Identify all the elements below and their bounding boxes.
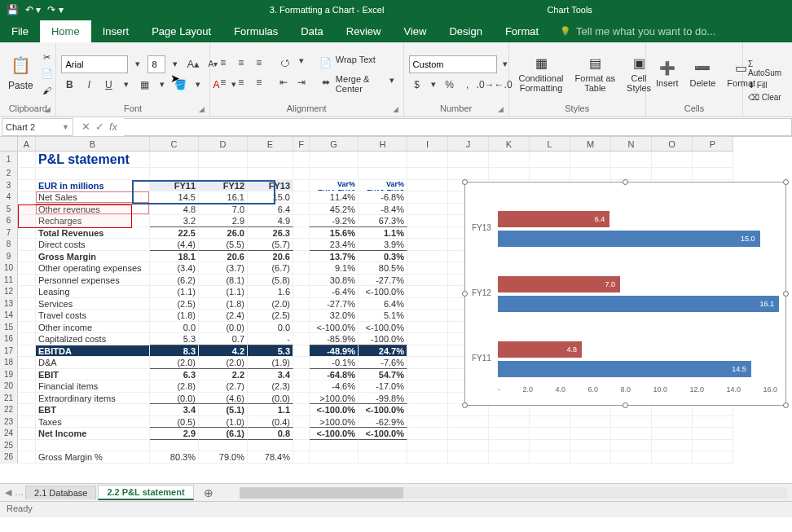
cell-G17[interactable]: -48.9% xyxy=(310,345,359,358)
cell-L24[interactable] xyxy=(530,428,570,440)
row-header-8[interactable]: 8 xyxy=(0,239,18,251)
cell-L2[interactable] xyxy=(530,168,570,180)
cell-I1[interactable] xyxy=(407,152,448,168)
col-header-C[interactable]: C xyxy=(150,137,199,152)
cell-E10[interactable]: (6.7) xyxy=(248,262,293,275)
cell-I10[interactable] xyxy=(407,262,448,275)
cell-P26[interactable] xyxy=(693,451,733,464)
cell-D16[interactable]: 0.7 xyxy=(199,333,248,345)
cell-I18[interactable] xyxy=(407,357,448,369)
cell-N24[interactable] xyxy=(611,428,652,440)
chart-bar[interactable]: 16.1 xyxy=(498,296,779,312)
align-left-icon[interactable]: ≡ xyxy=(215,74,231,90)
cell-F4[interactable] xyxy=(293,191,310,204)
cell-P1[interactable] xyxy=(693,152,733,168)
resize-handle[interactable] xyxy=(623,179,628,185)
cell-J1[interactable] xyxy=(448,152,489,168)
cell-I23[interactable] xyxy=(407,416,448,429)
cell-N2[interactable] xyxy=(611,168,652,180)
tab-page-layout[interactable]: Page Layout xyxy=(140,20,222,42)
cell-G19[interactable]: -64.8% xyxy=(310,369,359,381)
cell-D20[interactable]: (2.7) xyxy=(199,380,248,393)
cell-B25[interactable] xyxy=(36,440,150,452)
cell-F11[interactable] xyxy=(293,275,310,287)
cell-B4[interactable]: Net Sales xyxy=(36,191,150,204)
cell-F15[interactable] xyxy=(293,322,310,334)
cell-G4[interactable]: 11.4% xyxy=(310,191,359,204)
col-header-D[interactable]: D xyxy=(199,137,248,152)
cell-A1[interactable] xyxy=(18,152,36,168)
row-header-5[interactable]: 5 xyxy=(0,204,18,216)
row-header-3[interactable]: 3 xyxy=(0,180,18,192)
cell-I11[interactable] xyxy=(407,275,448,287)
row-header-9[interactable]: 9 xyxy=(0,251,18,263)
fill-button[interactable]: ⬇ Fill xyxy=(748,81,787,90)
cell-I20[interactable] xyxy=(407,380,448,393)
cell-H11[interactable]: -27.7% xyxy=(359,275,407,287)
cell-D10[interactable]: (3.7) xyxy=(199,262,248,275)
cell-H19[interactable]: 54.7% xyxy=(359,369,407,381)
col-header-N[interactable]: N xyxy=(611,137,652,152)
cell-F17[interactable] xyxy=(293,345,310,358)
cell-D1[interactable] xyxy=(199,152,248,168)
cell-C6[interactable]: 3.2 xyxy=(150,215,199,227)
cancel-formula-icon[interactable]: ✕ xyxy=(81,121,90,133)
cell-C17[interactable]: 8.3 xyxy=(150,345,199,358)
cell-I4[interactable] xyxy=(407,191,448,204)
cell-F8[interactable] xyxy=(293,239,310,251)
horizontal-scrollbar[interactable] xyxy=(240,487,787,499)
cell-B3[interactable]: EUR in millions xyxy=(36,180,150,192)
cell-P22[interactable] xyxy=(693,404,733,416)
cell-K26[interactable] xyxy=(489,451,530,464)
cell-C8[interactable]: (4.4) xyxy=(150,239,199,251)
cell-H6[interactable]: 67.3% xyxy=(359,215,407,227)
cell-D17[interactable]: 4.2 xyxy=(199,345,248,358)
cell-A25[interactable] xyxy=(18,440,36,452)
cell-E19[interactable]: 3.4 xyxy=(248,369,293,381)
cell-G20[interactable]: -4.6% xyxy=(310,380,359,393)
cell-G22[interactable]: <-100.0% xyxy=(310,404,359,416)
row-header-16[interactable]: 16 xyxy=(0,333,18,345)
underline-dd-icon[interactable]: ▾ xyxy=(120,78,133,91)
cell-H10[interactable]: 80.5% xyxy=(359,262,407,275)
cell-H16[interactable]: -100.0% xyxy=(359,333,407,345)
row-header-11[interactable]: 11 xyxy=(0,275,18,287)
cell-H18[interactable]: -7.6% xyxy=(359,357,407,369)
cell-B2[interactable] xyxy=(36,168,150,180)
chart-category-label[interactable]: FY13 xyxy=(472,223,491,232)
align-bottom-icon[interactable]: ≡ xyxy=(251,55,267,71)
cell-F2[interactable] xyxy=(293,168,310,180)
dialog-launcher-icon[interactable]: ◢ xyxy=(199,105,205,113)
cell-I22[interactable] xyxy=(407,404,448,416)
increase-indent-icon[interactable]: ⇥ xyxy=(293,74,310,90)
cell-D21[interactable]: (4.6) xyxy=(199,393,248,405)
tab-formulas[interactable]: Formulas xyxy=(222,20,289,42)
col-header-M[interactable]: M xyxy=(570,137,611,152)
cell-B24[interactable]: Net Income xyxy=(36,428,150,440)
cell-G23[interactable]: >100.0% xyxy=(310,416,359,429)
cell-A2[interactable] xyxy=(18,168,36,180)
cell-F19[interactable] xyxy=(293,369,310,381)
underline-button[interactable]: U xyxy=(100,77,117,93)
col-header-L[interactable]: L xyxy=(530,137,570,152)
cell-H14[interactable]: 5.1% xyxy=(359,310,407,322)
col-header-J[interactable]: J xyxy=(448,137,489,152)
cell-H21[interactable]: -99.8% xyxy=(359,393,407,405)
cell-F16[interactable] xyxy=(293,333,310,345)
orientation-icon[interactable]: ⭯ xyxy=(277,55,293,71)
cell-F13[interactable] xyxy=(293,298,310,310)
cell-L26[interactable] xyxy=(530,451,570,464)
font-size-dropdown-icon[interactable]: ▾ xyxy=(169,58,182,71)
row-header-26[interactable]: 26 xyxy=(0,451,18,464)
col-header-K[interactable]: K xyxy=(489,137,530,152)
cell-D6[interactable]: 2.9 xyxy=(199,215,248,227)
cell-D8[interactable]: (5.5) xyxy=(199,239,248,251)
cell-N23[interactable] xyxy=(611,416,652,429)
undo-icon[interactable]: ↶ ▾ xyxy=(25,4,41,15)
cell-A16[interactable] xyxy=(18,333,36,345)
insert-cells-button[interactable]: ➕Insert xyxy=(651,59,684,90)
cell-O2[interactable] xyxy=(652,168,693,180)
cell-A23[interactable] xyxy=(18,416,36,429)
row-header-1[interactable]: 1 xyxy=(0,152,18,168)
row-header-7[interactable]: 7 xyxy=(0,227,18,240)
